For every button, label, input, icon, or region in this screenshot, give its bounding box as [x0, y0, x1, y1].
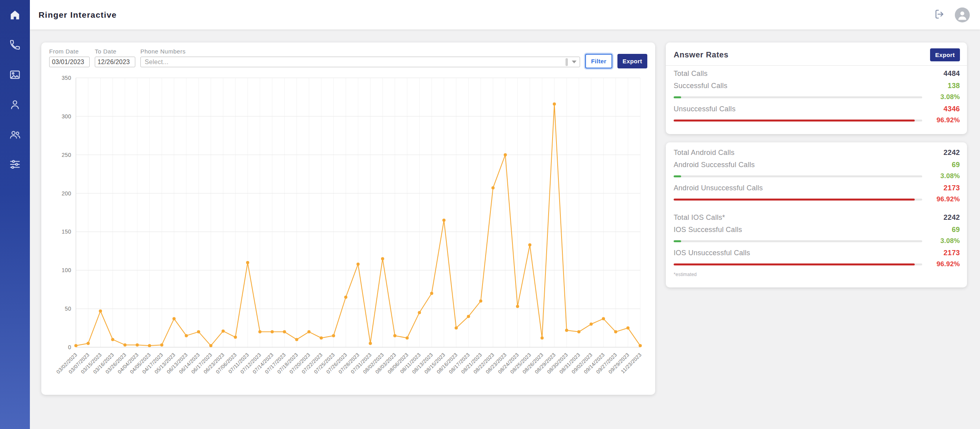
android-unsuccessful-bar-row: 96.92% — [674, 195, 960, 203]
logout-icon — [934, 8, 946, 21]
android-successful-bar-row: 3.08% — [674, 172, 960, 180]
progress-fill-green — [674, 96, 681, 98]
sidebar-item-settings[interactable] — [6, 157, 24, 174]
ios-unsuccessful-bar-row: 96.92% — [674, 260, 960, 268]
answer-rates-title: Answer Rates — [674, 50, 728, 59]
header: Ringer Interactive — [30, 0, 980, 29]
filter-bar: From Date To Date Phone Numbers Select..… — [41, 42, 655, 67]
successful-calls-value: 138 — [948, 82, 960, 90]
calls-line-chart: 05010015020025030035003/02/202303/07/202… — [48, 72, 647, 379]
sliders-icon — [9, 158, 21, 172]
progress-fill-red — [674, 263, 915, 265]
ios-total-row: Total IOS Calls* 2242 — [674, 214, 960, 222]
progress-track — [674, 199, 922, 201]
to-date-input[interactable] — [95, 57, 135, 67]
android-successful-value: 69 — [952, 161, 960, 169]
android-total-label: Total Android Calls — [674, 149, 735, 157]
successful-calls-label: Successful Calls — [674, 82, 728, 90]
progress-fill-green — [674, 240, 681, 242]
unsuccessful-calls-percent: 96.92% — [928, 116, 960, 124]
sidebar-item-home[interactable] — [6, 7, 24, 24]
answer-rates-card: Answer Rates Export Total Calls 4484 Suc… — [666, 42, 967, 134]
ios-successful-percent: 3.08% — [928, 237, 960, 245]
progress-fill-green — [674, 175, 681, 177]
progress-track — [674, 240, 922, 242]
sidebar-item-media[interactable] — [6, 67, 24, 84]
android-unsuccessful-label: Android Unsuccessful Calls — [674, 184, 763, 192]
sidebar-item-contacts[interactable] — [6, 97, 24, 114]
svg-text:50: 50 — [65, 306, 71, 312]
sidebar — [0, 0, 30, 429]
android-total-value: 2242 — [943, 149, 960, 157]
ios-unsuccessful-percent: 96.92% — [928, 260, 960, 268]
answer-rates-export-button[interactable]: Export — [930, 48, 960, 61]
svg-text:150: 150 — [62, 228, 71, 235]
svg-text:0: 0 — [68, 344, 71, 350]
svg-text:350: 350 — [62, 75, 71, 81]
android-total-row: Total Android Calls 2242 — [674, 149, 960, 157]
android-unsuccessful-percent: 96.92% — [928, 195, 960, 203]
progress-fill-red — [674, 120, 915, 122]
image-icon — [9, 69, 21, 82]
person-icon — [9, 99, 21, 112]
filter-button[interactable]: Filter — [585, 54, 612, 68]
ios-unsuccessful-row: IOS Unsuccessful Calls 2173 — [674, 249, 960, 257]
android-successful-percent: 3.08% — [928, 172, 960, 180]
chart-card: From Date To Date Phone Numbers Select..… — [41, 42, 655, 395]
ios-total-label: Total IOS Calls* — [674, 214, 725, 222]
from-date-field: From Date — [49, 48, 90, 67]
unsuccessful-calls-value: 4346 — [943, 105, 960, 113]
to-date-field: To Date — [95, 48, 135, 67]
answer-rates-header: Answer Rates Export — [674, 47, 960, 62]
svg-text:200: 200 — [62, 190, 71, 197]
stats-column: Answer Rates Export Total Calls 4484 Suc… — [666, 42, 967, 287]
ios-unsuccessful-value: 2173 — [943, 249, 960, 257]
successful-calls-percent: 3.08% — [928, 93, 960, 101]
main-content: From Date To Date Phone Numbers Select..… — [30, 29, 980, 429]
ios-successful-bar-row: 3.08% — [674, 237, 960, 245]
avatar[interactable] — [955, 7, 970, 22]
svg-text:100: 100 — [62, 267, 71, 273]
ios-successful-value: 69 — [952, 226, 960, 234]
android-unsuccessful-row: Android Unsuccessful Calls 2173 — [674, 184, 960, 192]
ios-successful-label: IOS Successful Calls — [674, 226, 742, 234]
device-stats-card: Total Android Calls 2242 Android Success… — [666, 142, 967, 287]
users-icon — [9, 129, 21, 142]
svg-text:300: 300 — [62, 113, 71, 120]
to-date-label: To Date — [95, 48, 135, 55]
phone-icon — [9, 39, 21, 52]
progress-track — [674, 96, 922, 98]
scrollbar-thumb — [566, 58, 568, 66]
total-calls-label: Total Calls — [674, 70, 707, 78]
phone-numbers-label: Phone Numbers — [140, 48, 580, 55]
sidebar-item-teams[interactable] — [6, 127, 24, 144]
unsuccessful-calls-label: Unsuccessful Calls — [674, 105, 735, 113]
android-stats-group: Total Android Calls 2242 Android Success… — [674, 149, 960, 203]
successful-calls-bar-row: 3.08% — [674, 93, 960, 101]
logout-button[interactable] — [932, 7, 948, 23]
from-date-input[interactable] — [49, 57, 90, 67]
successful-calls-row: Successful Calls 138 — [674, 82, 960, 90]
android-successful-row: Android Successful Calls 69 — [674, 161, 960, 169]
from-date-label: From Date — [49, 48, 90, 55]
phone-numbers-select[interactable]: Select... — [140, 57, 580, 67]
unsuccessful-calls-bar-row: 96.92% — [674, 116, 960, 124]
phone-numbers-field: Phone Numbers Select... — [140, 48, 580, 67]
estimated-footnote: *estimated — [674, 272, 960, 277]
ios-stats-group: Total IOS Calls* 2242 IOS Successful Cal… — [674, 214, 960, 268]
progress-fill-red — [674, 199, 915, 201]
ios-successful-row: IOS Successful Calls 69 — [674, 226, 960, 234]
export-button[interactable]: Export — [617, 54, 647, 68]
sidebar-item-calls[interactable] — [6, 37, 24, 54]
ios-unsuccessful-label: IOS Unsuccessful Calls — [674, 249, 750, 257]
progress-track — [674, 120, 922, 122]
chevron-down-icon — [572, 61, 577, 63]
header-actions — [932, 7, 970, 23]
total-calls-value: 4484 — [943, 70, 960, 78]
android-successful-label: Android Successful Calls — [674, 161, 755, 169]
unsuccessful-calls-row: Unsuccessful Calls 4346 — [674, 105, 960, 113]
total-calls-row: Total Calls 4484 — [674, 70, 960, 78]
divider — [666, 65, 967, 66]
progress-track — [674, 175, 922, 177]
ios-total-value: 2242 — [943, 214, 960, 222]
